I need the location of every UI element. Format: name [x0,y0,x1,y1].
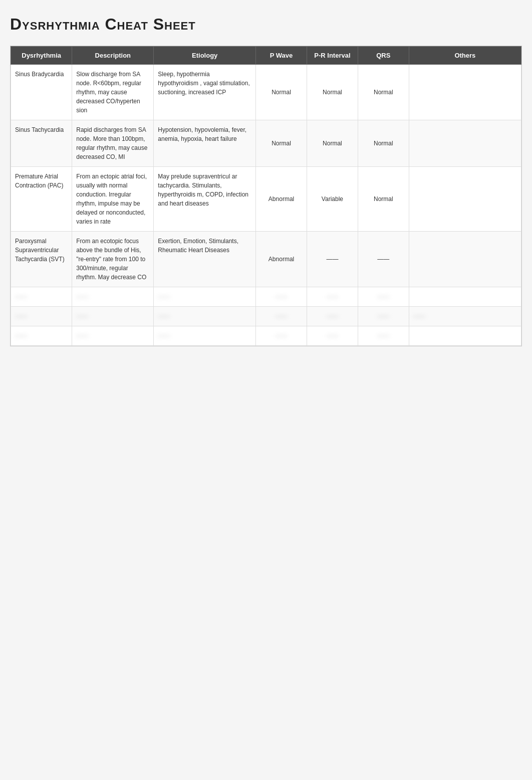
cell-description: Slow discharge from SA node. R<60bpm, re… [72,65,154,120]
page-title: Dysrhythmia Cheat Sheet [10,15,522,34]
table-row: ———————————— [11,287,521,307]
cell-pr: —— [307,232,358,287]
cell-pr: —— [307,287,358,307]
cheat-sheet-table: Dysrhythmia Description Etiology P Wave … [10,46,522,346]
cell-description: —— [72,326,154,346]
cell-dysrhythmia: —— [11,287,72,307]
cell-others [409,232,521,287]
cell-pwave: —— [256,307,307,326]
cell-etiology: Sleep, hypothermia hypothyroidism , vaga… [154,65,256,120]
cell-pwave: Normal [256,65,307,120]
cell-pwave: —— [256,287,307,307]
cell-etiology: —— [154,326,256,346]
cell-description: Rapid discharges from SA node. More than… [72,120,154,167]
header-pwave: P Wave [256,47,307,65]
cell-pr: Normal [307,65,358,120]
cell-qrs: —— [358,326,409,346]
cell-pr: Normal [307,120,358,167]
cell-pwave: Abnormal [256,167,307,232]
table-row: Premature Atrial Contraction (PAC)From a… [11,167,521,232]
cell-etiology: May prelude supraventricul ar tachycardi… [154,167,256,232]
cell-etiology: —— [154,287,256,307]
header-others: Others [409,47,521,65]
cell-etiology: Hypotension, hypovolemia, fever, anemia,… [154,120,256,167]
cell-others [409,287,521,307]
cell-pwave: Abnormal [256,232,307,287]
cell-description: —— [72,287,154,307]
cell-pr: —— [307,307,358,326]
cell-others [409,326,521,346]
cell-description: From an ectopic atrial foci, usually wit… [72,167,154,232]
table-row: Sinus TachycardiaRapid discharges from S… [11,120,521,167]
cell-others [409,65,521,120]
header-pr-interval: P-R Interval [307,47,358,65]
cell-qrs: Normal [358,65,409,120]
table-row: —————————————— [11,307,521,326]
cell-qrs: Normal [358,167,409,232]
cell-others [409,167,521,232]
cell-dysrhythmia: Sinus Bradycardia [11,65,72,120]
cell-others: —— [409,307,521,326]
cell-dysrhythmia: Paroxysmal Supraventricular Tachycardia … [11,232,72,287]
cell-dysrhythmia: Premature Atrial Contraction (PAC) [11,167,72,232]
cell-pr: —— [307,326,358,346]
cell-qrs: —— [358,307,409,326]
cell-dysrhythmia: Sinus Tachycardia [11,120,72,167]
table-row: Sinus BradycardiaSlow discharge from SA … [11,65,521,120]
cell-qrs: —— [358,232,409,287]
cell-etiology: Exertion, Emotion, Stimulants, Rheumatic… [154,232,256,287]
header-description: Description [72,47,154,65]
cell-qrs: —— [358,287,409,307]
table-row: Paroxysmal Supraventricular Tachycardia … [11,232,521,287]
cell-description: —— [72,307,154,326]
header-dysrhythmia: Dysrhythmia [11,47,72,65]
cell-others [409,120,521,167]
cell-dysrhythmia: —— [11,326,72,346]
header-etiology: Etiology [154,47,256,65]
cell-dysrhythmia: —— [11,307,72,326]
table-row: ———————————— [11,326,521,346]
header-qrs: QRS [358,47,409,65]
table-header-row: Dysrhythmia Description Etiology P Wave … [11,47,521,65]
cell-pwave: Normal [256,120,307,167]
cell-pwave: —— [256,326,307,346]
cell-etiology: —— [154,307,256,326]
cell-description: From an ecotopic focus above the bundle … [72,232,154,287]
cell-pr: Variable [307,167,358,232]
cell-qrs: Normal [358,120,409,167]
